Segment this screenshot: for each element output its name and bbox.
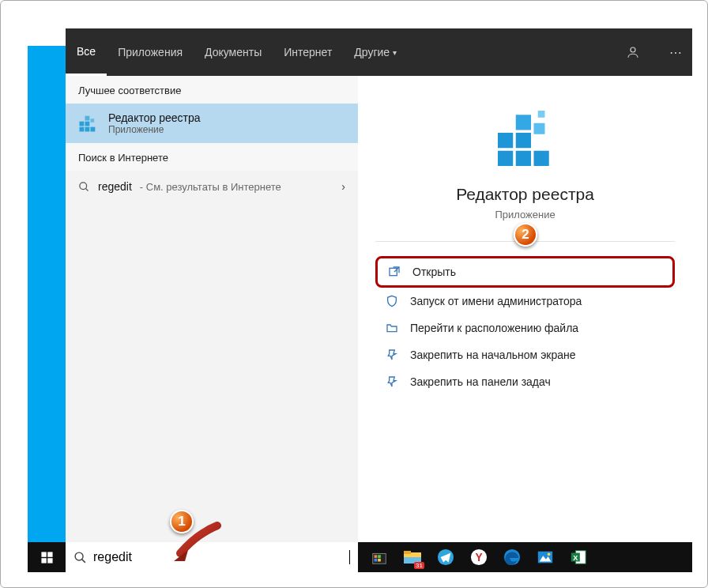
svg-line-24 xyxy=(82,559,85,562)
svg-rect-28 xyxy=(375,559,378,562)
svg-rect-13 xyxy=(515,151,530,166)
svg-rect-1 xyxy=(80,122,85,126)
svg-point-23 xyxy=(75,552,83,560)
action-pin-start[interactable]: Закрепить на начальном экране xyxy=(375,341,675,368)
annotation-badge-1: 1 xyxy=(170,510,194,533)
svg-rect-7 xyxy=(91,119,95,122)
action-label: Закрепить на панели задач xyxy=(410,375,551,388)
search-header: Все Приложения Документы Интернет Другие… xyxy=(66,28,692,76)
svg-rect-10 xyxy=(498,133,513,148)
svg-rect-20 xyxy=(47,552,52,556)
search-icon xyxy=(73,551,87,564)
svg-point-0 xyxy=(631,47,635,52)
svg-rect-14 xyxy=(533,151,548,166)
pin-icon xyxy=(385,375,399,388)
action-label: Закрепить на начальном экране xyxy=(410,349,576,361)
taskbar-photos-icon[interactable] xyxy=(529,542,562,572)
tab-more[interactable]: Другие▾ xyxy=(343,28,408,76)
detail-subtitle: Приложение xyxy=(375,209,675,220)
tab-all[interactable]: Все xyxy=(66,28,107,76)
svg-rect-5 xyxy=(91,127,96,132)
taskbar-search-box[interactable] xyxy=(66,542,358,572)
taskbar: 31 Y X xyxy=(28,542,692,572)
action-open[interactable]: Открыть xyxy=(375,256,675,288)
svg-rect-17 xyxy=(537,111,544,118)
search-icon xyxy=(78,181,90,193)
tab-internet[interactable]: Интернет xyxy=(273,28,343,76)
tab-documents[interactable]: Документы xyxy=(194,28,273,76)
svg-text:X: X xyxy=(573,554,578,562)
text-cursor xyxy=(349,550,350,564)
svg-rect-16 xyxy=(533,123,544,134)
svg-rect-15 xyxy=(515,115,530,130)
search-results-panel: Лучшее соответствие Редактор реестра При… xyxy=(66,76,358,542)
web-hint: - См. результаты в Интернете xyxy=(140,181,281,193)
best-match-heading: Лучшее соответствие xyxy=(66,76,358,104)
taskbar-telegram-icon[interactable] xyxy=(429,542,462,572)
start-accent-bar xyxy=(28,46,66,542)
pin-icon xyxy=(385,349,399,361)
account-icon[interactable] xyxy=(626,45,659,59)
svg-rect-19 xyxy=(41,552,46,556)
regedit-large-icon xyxy=(490,103,561,174)
svg-rect-3 xyxy=(80,127,85,132)
svg-rect-29 xyxy=(378,559,381,562)
svg-rect-4 xyxy=(85,127,90,132)
svg-line-9 xyxy=(85,188,88,190)
badge-count: 31 xyxy=(414,562,424,569)
svg-rect-18 xyxy=(390,268,397,275)
svg-rect-11 xyxy=(515,133,530,148)
action-label: Запуск от имени администратора xyxy=(410,295,582,307)
regedit-icon xyxy=(77,112,99,134)
svg-rect-21 xyxy=(41,558,46,563)
tab-apps[interactable]: Приложения xyxy=(107,28,194,76)
start-button[interactable] xyxy=(28,542,66,572)
taskbar-search-input[interactable] xyxy=(93,550,343,564)
action-label: Перейти к расположению файла xyxy=(410,322,578,334)
taskbar-excel-icon[interactable]: X xyxy=(562,542,595,572)
taskbar-yandex-icon[interactable]: Y xyxy=(462,542,495,572)
annotation-badge-2: 2 xyxy=(514,223,537,247)
svg-rect-12 xyxy=(498,151,513,166)
web-heading: Поиск в Интернете xyxy=(66,143,358,171)
svg-rect-31 xyxy=(404,551,411,554)
action-open-location[interactable]: Перейти к расположению файла xyxy=(375,315,675,341)
svg-rect-26 xyxy=(375,555,378,558)
detail-title: Редактор реестра xyxy=(375,185,675,204)
taskbar-store-icon[interactable] xyxy=(363,542,396,572)
result-subtitle: Приложение xyxy=(108,124,201,135)
more-icon[interactable]: ⋯ xyxy=(659,45,692,60)
chevron-down-icon: ▾ xyxy=(393,48,397,57)
svg-point-39 xyxy=(548,553,551,556)
action-pin-taskbar[interactable]: Закрепить на панели задач xyxy=(375,368,675,395)
open-icon xyxy=(387,266,401,278)
folder-icon xyxy=(385,322,399,334)
web-result[interactable]: regedit - См. результаты в Интернете › xyxy=(66,171,358,202)
svg-rect-27 xyxy=(378,555,381,558)
shield-icon xyxy=(385,295,399,307)
result-regedit[interactable]: Редактор реестра Приложение xyxy=(66,104,358,143)
svg-rect-2 xyxy=(85,122,90,126)
detail-panel: Редактор реестра Приложение Открыть Запу… xyxy=(358,76,692,542)
svg-text:Y: Y xyxy=(475,552,482,564)
web-query: regedit xyxy=(98,180,132,193)
svg-rect-6 xyxy=(85,116,90,121)
taskbar-explorer-icon[interactable]: 31 xyxy=(396,542,429,572)
result-title: Редактор реестра xyxy=(108,111,201,124)
action-label: Открыть xyxy=(412,266,456,278)
action-run-admin[interactable]: Запуск от имени администратора xyxy=(375,288,675,315)
svg-point-8 xyxy=(80,182,87,189)
chevron-right-icon: › xyxy=(341,180,345,193)
svg-rect-22 xyxy=(47,558,52,563)
taskbar-edge-icon[interactable] xyxy=(495,542,529,572)
